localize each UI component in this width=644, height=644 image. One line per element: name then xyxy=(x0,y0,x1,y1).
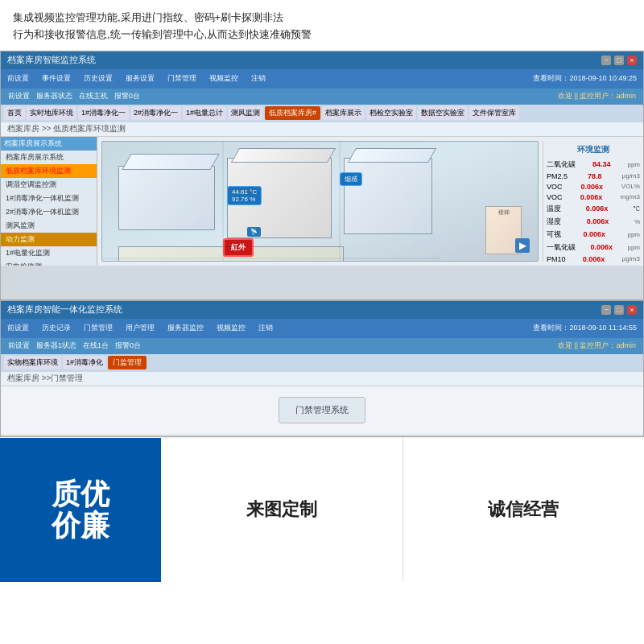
sidebar-item-xiaodu2[interactable]: 2#消毒净化一体机监测 xyxy=(1,205,97,219)
stairs-label: 楼梯 xyxy=(486,208,521,217)
tab2-qianshe[interactable]: 前设置 xyxy=(6,341,32,351)
main-body-1: 档案库房展示系统 档案库房展示系统 低质档案库环境监测 调湿空调监控测 1#消毒… xyxy=(1,137,643,266)
tab-xiaodu2[interactable]: 2#消毒净化一 xyxy=(130,106,181,120)
nav-qianshehi[interactable]: 前设置 xyxy=(7,73,29,84)
tab-shishi[interactable]: 实时地库环境 xyxy=(27,106,76,120)
tab-baojing0[interactable]: 报警0台 xyxy=(112,91,142,101)
env-row-co2: 二氧化碳 84.34 ppm xyxy=(547,159,640,170)
nav2-shipin[interactable]: 视频监控 xyxy=(217,323,246,333)
env-row-shidu: 湿度 0.006x % xyxy=(547,217,640,227)
env-unit-co: ppm xyxy=(627,244,640,251)
door-mgmt-label: 门禁管理系统 xyxy=(295,405,349,415)
tab2-shiwu[interactable]: 实物档案库环境 xyxy=(4,356,61,369)
room-left-top xyxy=(122,154,220,170)
tab-dangjian[interactable]: 档检空实验室 xyxy=(366,106,416,120)
sensor-bottom[interactable]: 📡 xyxy=(247,227,261,237)
sensor-temp-humidity[interactable]: 44.61 °C 92.76 % xyxy=(227,186,262,205)
top-text-section: 集成视频监控管理功能,采用进门指纹、密码+刷卡探测非法 行为和接收报警信息,统一… xyxy=(0,0,644,51)
env-label-wendu: 温度 xyxy=(547,204,561,214)
tab-dianliang[interactable]: 1#电量总计 xyxy=(183,106,226,120)
sidebar-item-dianliang[interactable]: 1#电量化监测 xyxy=(1,246,97,260)
breadcrumb-2: 档案库房 >>门禁管理 xyxy=(1,372,643,386)
env-unit-keshi: ppm xyxy=(627,231,640,238)
promo-text-line2: 价廉 xyxy=(52,509,109,542)
tab-zaixian[interactable]: 在线主机 xyxy=(76,91,110,101)
sensor-smoke[interactable]: 烟感 xyxy=(340,172,362,186)
sidebar-item-dizhijiance[interactable]: 低质档案库环境监测 xyxy=(1,164,97,178)
env-unit-shidu: % xyxy=(634,218,640,225)
screenshot-1: 档案库房智能监控系统 － □ × 前设置 事件设置 历史设置 服务设置 门禁管理… xyxy=(0,51,644,300)
sensor-bottom-icon: 📡 xyxy=(250,229,258,234)
close-btn-2[interactable]: × xyxy=(627,305,637,315)
tab-xiaodu1[interactable]: 1#消毒净化一 xyxy=(78,106,129,120)
tab-shouye[interactable]: 首页 xyxy=(4,106,25,120)
sensor-humidity-value: 92.76 % xyxy=(232,196,257,203)
sidebar-item-kongtiao[interactable]: 调湿空调监控测 xyxy=(1,178,97,192)
minimize-btn-2[interactable]: － xyxy=(601,305,611,315)
sidebar-item-zhanshi[interactable]: 档案库房展示系统 xyxy=(1,151,97,164)
env-value-co: 0.006x xyxy=(590,243,613,251)
sidebar-section-archive: 档案库房展示系统 档案库房展示系统 低质档案库环境监测 调湿空调监控测 1#消毒… xyxy=(1,137,97,266)
env-label-pm25: PM2.5 xyxy=(547,172,568,180)
close-btn-1[interactable]: × xyxy=(627,56,637,65)
tab2-xiaodu[interactable]: 1#消毒净化 xyxy=(63,356,106,369)
window-controls-2: － □ × xyxy=(601,305,637,315)
nav2-qianshe[interactable]: 前设置 xyxy=(7,323,29,333)
sidebar-item-dongli[interactable]: 动力监测 xyxy=(1,233,97,246)
nav2-menjin[interactable]: 门禁管理 xyxy=(84,323,113,333)
sub-nav-1: 前设置 服务器状态 在线主机 报警0台 欢迎 || 监控用户：admin xyxy=(1,89,643,105)
maximize-btn-2[interactable]: □ xyxy=(614,305,624,315)
tab-bar-1: 首页 实时地库环境 1#消毒净化一 2#消毒净化一 1#电量总计 测风监测 低质… xyxy=(1,105,643,122)
tab2-zaixian1[interactable]: 在线1台 xyxy=(80,341,111,351)
sidebar-item-cefeng[interactable]: 测风监测 xyxy=(1,219,97,233)
door-management-placeholder: 门禁管理系统 xyxy=(279,397,365,423)
env-label-shidu: 湿度 xyxy=(547,217,561,227)
tab-cefeng[interactable]: 测风监测 xyxy=(228,106,263,120)
env-value-wendu: 0.006x xyxy=(586,204,609,213)
tab-shuju[interactable]: 数据空实验室 xyxy=(418,106,468,120)
sidebar-item-andian[interactable]: 安电检监测 xyxy=(1,260,97,266)
tab-wenjian[interactable]: 文件保管室库 xyxy=(469,106,519,120)
promo-right-block: 诚信经营 xyxy=(403,438,645,582)
tab2-fuwuqi1[interactable]: 服务器1状态 xyxy=(34,341,79,351)
env-value-co2: 84.34 xyxy=(592,160,611,168)
env-label-co2: 二氧化碳 xyxy=(547,159,576,170)
window-controls-1: － □ × xyxy=(601,56,637,65)
env-unit-pm10: μg/m3 xyxy=(622,255,640,262)
tab-zhanshi[interactable]: 档案库展示 xyxy=(322,106,365,120)
sensor-temp-value: 44.61 °C xyxy=(232,188,257,196)
tab-qianshe[interactable]: 前设置 xyxy=(6,91,32,101)
sidebar-item-xiaodu1[interactable]: 1#消毒净化一体机监测 xyxy=(1,192,97,205)
nav-lishi[interactable]: 历史设置 xyxy=(84,73,113,84)
tab-fuwuqi[interactable]: 服务器状态 xyxy=(34,91,75,101)
header-time-2: 查看时间：2018-09-10 11:14:55 xyxy=(533,323,637,333)
minimize-btn-1[interactable]: － xyxy=(601,56,611,65)
nav-menjin[interactable]: 门禁管理 xyxy=(167,73,196,84)
tab2-menjian-active[interactable]: 门监管理 xyxy=(108,356,147,369)
sub-nav-2: 前设置 服务器1状态 在线1台 报警0台 欢迎 || 监控用户：admin xyxy=(1,338,643,354)
room-center-top xyxy=(231,148,336,163)
env-label-voc2: VOC xyxy=(547,193,563,201)
tab2-baojing0[interactable]: 报警0台 xyxy=(113,341,143,351)
system-title-1: 档案库房智能监控系统 xyxy=(7,54,96,66)
breadcrumb-1: 档案库房 >> 低质档案库环境监测 xyxy=(1,122,643,137)
header-info-bar-2: 前设置 历史记录 门禁管理 用户管理 服务器监控 视频监控 注销 查看时间：20… xyxy=(1,319,643,338)
sensor-infrared[interactable]: 紅外 xyxy=(223,238,254,257)
sensor-smoke-label: 烟感 xyxy=(345,175,357,183)
nav-fuwu[interactable]: 服务设置 xyxy=(126,73,155,84)
nav-shijianshezhi[interactable]: 事件设置 xyxy=(42,73,71,84)
env-label-co: 一氧化碳 xyxy=(547,242,576,253)
nav2-lishi[interactable]: 历史记录 xyxy=(42,323,71,333)
expand-arrow-btn[interactable]: ▶ xyxy=(515,238,530,253)
env-row-wendu: 温度 0.006x ℃ xyxy=(547,204,640,214)
nav2-zhuxiao[interactable]: 注销 xyxy=(258,323,273,333)
env-value-voc2: 0.006x xyxy=(580,193,603,201)
nav-shipin[interactable]: 视频监控 xyxy=(209,73,238,84)
tab-dizhi-active[interactable]: 低质档案库房# xyxy=(265,106,320,120)
nav2-fuwuqi[interactable]: 服务器监控 xyxy=(167,323,204,333)
env-label-pm10: PM10 xyxy=(547,255,566,263)
nav2-yonghu[interactable]: 用户管理 xyxy=(126,323,155,333)
maximize-btn-1[interactable]: □ xyxy=(614,56,624,65)
breadcrumb-text-2: 档案库房 >>门禁管理 xyxy=(7,373,83,384)
nav-zhuxiao[interactable]: 注销 xyxy=(251,73,266,84)
